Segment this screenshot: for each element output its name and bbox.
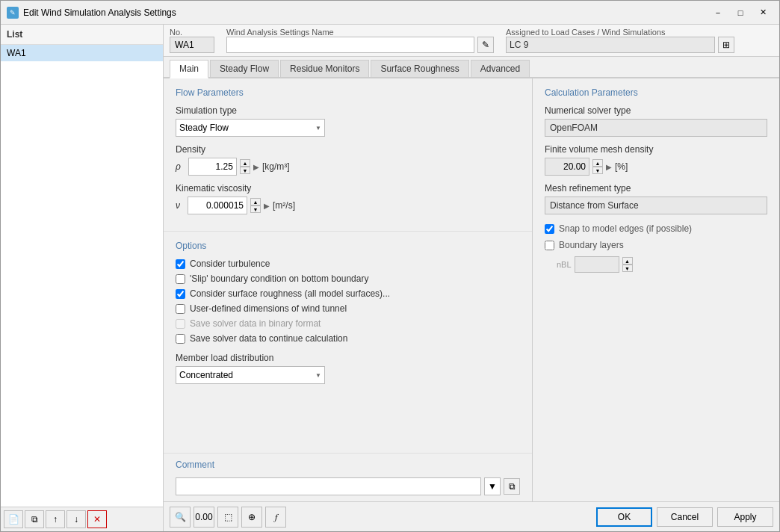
viscosity-input-row: ν 0.000015 ▲ ▼ ▶ [m²/s] xyxy=(176,197,520,214)
viscosity-var: ν xyxy=(176,200,180,211)
name-group: Wind Analysis Settings Name ✎ xyxy=(226,28,494,53)
comment-dropdown-button[interactable]: ▼ xyxy=(484,477,501,495)
comment-copy-button[interactable]: ⧉ xyxy=(504,478,520,495)
binary-checkbox-row: Save solver data in binary format xyxy=(176,318,520,329)
sidebar-item-wa1[interactable]: WA1 xyxy=(1,45,163,61)
no-label: No. xyxy=(170,28,214,37)
mesh-density-row: Finite volume mesh density 20.00 ▲ ▼ ▶ xyxy=(545,144,767,176)
bottom-tools: 🔍 0.00 ⬚ ⊕ 𝑓 xyxy=(170,507,286,528)
mesh-refinement-row: Mesh refinement type Distance from Surfa… xyxy=(545,183,767,214)
assigned-label: Assigned to Load Cases / Wind Simulation… xyxy=(506,28,773,37)
tab-surface-roughness[interactable]: Surface Roughness xyxy=(371,60,468,77)
mesh-density-down-button[interactable]: ▼ xyxy=(592,167,603,174)
slip-checkbox[interactable] xyxy=(176,274,185,284)
new-item-button[interactable]: 📄 xyxy=(4,510,23,528)
density-spinner: ▲ ▼ xyxy=(240,159,250,174)
delete-button[interactable]: ✕ xyxy=(87,510,107,528)
simulation-type-row: Simulation type Steady Flow ▼ xyxy=(176,105,520,137)
viscosity-down-button[interactable]: ▼ xyxy=(250,205,261,213)
move-down-button[interactable]: ↓ xyxy=(66,510,86,528)
search-icon: 🔍 xyxy=(175,512,186,522)
assigned-value: LC 9 xyxy=(506,37,715,53)
tabs: Main Steady Flow Residue Monitors Surfac… xyxy=(164,57,779,78)
member-load-value: Concentrated xyxy=(179,370,233,380)
viscosity-label: Kinematic viscosity xyxy=(176,183,520,194)
main-window: ✎ Edit Wind Simulation Analysis Settings… xyxy=(0,0,780,532)
continue-checkbox-row: Save solver data to continue calculation xyxy=(176,333,520,344)
continue-checkbox[interactable] xyxy=(176,334,185,344)
user-defined-checkbox[interactable] xyxy=(176,304,185,314)
surface-roughness-checkbox[interactable] xyxy=(176,289,185,299)
close-button[interactable]: ✕ xyxy=(752,4,773,21)
member-load-dropdown[interactable]: Concentrated ▼ xyxy=(176,366,325,384)
turbulence-label: Consider turbulence xyxy=(190,259,270,269)
maximize-button[interactable]: □ xyxy=(730,4,751,21)
move-tool-button[interactable]: ⊕ xyxy=(241,507,262,528)
turbulence-checkbox-row: Consider turbulence xyxy=(176,259,520,269)
ok-button[interactable]: OK xyxy=(596,507,652,527)
turbulence-checkbox[interactable] xyxy=(176,259,185,269)
simulation-type-dropdown[interactable]: Steady Flow ▼ xyxy=(176,119,325,137)
density-input-row: ρ 1.25 ▲ ▼ ▶ [kg/m³] xyxy=(176,158,520,176)
name-label: Wind Analysis Settings Name xyxy=(226,28,494,37)
move-up-button[interactable]: ↑ xyxy=(46,510,65,528)
density-up-button[interactable]: ▲ xyxy=(240,159,250,167)
simulation-type-value: Steady Flow xyxy=(179,123,229,133)
mesh-density-up-button[interactable]: ▲ xyxy=(592,159,603,167)
select-icon: ⬚ xyxy=(224,512,232,522)
dialog-buttons: OK Cancel Apply xyxy=(596,507,773,527)
assigned-grid-button[interactable]: ⊞ xyxy=(718,37,734,53)
name-input[interactable] xyxy=(226,37,474,53)
options-title: Options xyxy=(176,241,520,251)
mesh-refinement-label: Mesh refinement type xyxy=(545,183,767,194)
snap-checkbox[interactable] xyxy=(545,224,554,234)
function-tool-button[interactable]: 𝑓 xyxy=(265,507,286,528)
nbl-row: nBL ▲ ▼ xyxy=(557,256,767,273)
snap-boundary-group: Snap to model edges (if possible) Bounda… xyxy=(545,223,767,273)
solver-type-label: Numerical solver type xyxy=(545,105,767,116)
surface-roughness-label: Consider surface roughness (all model su… xyxy=(190,288,390,299)
flow-parameters-title: Flow Parameters xyxy=(176,87,520,98)
window-title: Edit Wind Simulation Analysis Settings xyxy=(23,7,703,18)
comment-input-row: ▼ ⧉ xyxy=(176,477,520,495)
density-down-button[interactable]: ▼ xyxy=(240,167,250,174)
simulation-type-arrow: ▼ xyxy=(315,125,321,132)
density-input[interactable]: 1.25 xyxy=(188,158,237,176)
snap-label: Snap to model edges (if possible) xyxy=(559,223,692,234)
viscosity-up-button[interactable]: ▲ xyxy=(250,198,261,205)
select-tool-button[interactable]: ⬚ xyxy=(217,507,238,528)
mesh-density-input[interactable]: 20.00 xyxy=(545,158,589,176)
tab-residue-monitors[interactable]: Residue Monitors xyxy=(280,60,369,77)
copy-item-button[interactable]: ⧉ xyxy=(25,510,44,528)
comment-section: Comment ▼ ⧉ xyxy=(164,453,532,501)
search-tool-button[interactable]: 🔍 xyxy=(170,507,191,528)
snap-checkbox-row: Snap to model edges (if possible) xyxy=(545,223,767,234)
tab-steady-flow[interactable]: Steady Flow xyxy=(210,60,279,77)
name-value-row: ✎ xyxy=(226,37,494,53)
mesh-density-spinner: ▲ ▼ xyxy=(592,159,603,174)
viscosity-input[interactable]: 0.000015 xyxy=(188,197,247,214)
edit-name-button[interactable]: ✎ xyxy=(477,37,494,53)
flow-parameters-section: Flow Parameters Simulation type Steady F… xyxy=(164,78,532,232)
numeric-tool-button[interactable]: 0.00 xyxy=(194,507,214,528)
cancel-button[interactable]: Cancel xyxy=(657,507,713,527)
tab-main[interactable]: Main xyxy=(170,60,208,78)
tab-advanced[interactable]: Advanced xyxy=(471,60,530,77)
comment-input[interactable] xyxy=(176,477,481,495)
bottom-bar: 🔍 0.00 ⬚ ⊕ 𝑓 OK xyxy=(164,501,779,531)
viscosity-row: Kinematic viscosity ν 0.000015 ▲ ▼ xyxy=(176,183,520,214)
comment-dropdown-arrow: ▼ xyxy=(488,481,497,492)
numeric-icon: 0.00 xyxy=(195,512,212,522)
minimize-button[interactable]: − xyxy=(708,4,728,21)
options-section: Options Consider turbulence 'Slip' bound… xyxy=(164,232,532,400)
binary-checkbox xyxy=(176,319,185,329)
apply-button[interactable]: Apply xyxy=(717,507,773,527)
delete-icon: ✕ xyxy=(93,514,101,525)
copy-comment-icon: ⧉ xyxy=(509,481,516,492)
nbl-label: nBL xyxy=(557,260,572,269)
calc-section: Calculation Parameters Numerical solver … xyxy=(533,78,779,282)
nbl-down-button: ▼ xyxy=(622,265,633,272)
function-icon: 𝑓 xyxy=(275,512,277,522)
boundary-layers-checkbox[interactable] xyxy=(545,241,554,250)
right-section: Calculation Parameters Numerical solver … xyxy=(533,78,779,501)
